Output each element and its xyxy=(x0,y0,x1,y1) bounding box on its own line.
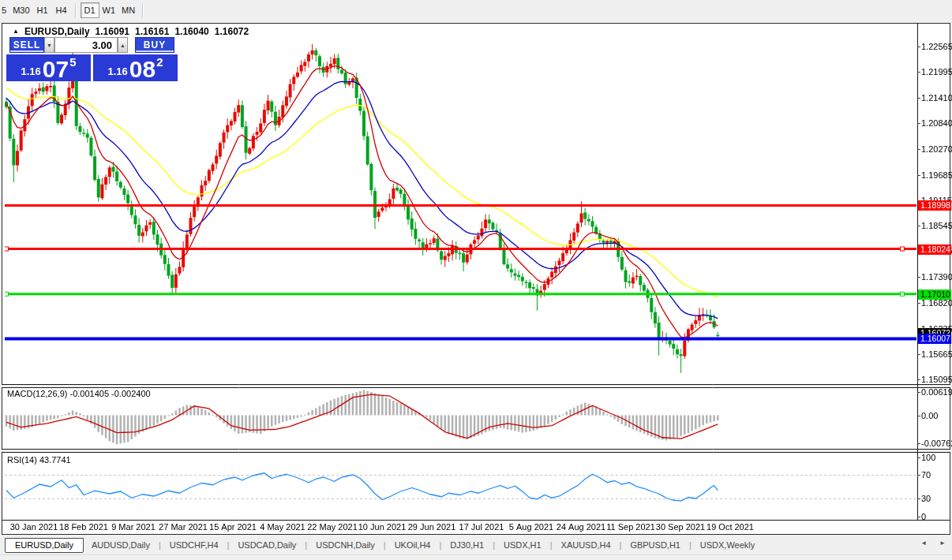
timeframe-m30-button[interactable]: M30 xyxy=(9,3,32,17)
bid-price-pip-digit: 5 xyxy=(69,55,76,69)
ohlc-low: 1.16040 xyxy=(174,26,208,37)
ask-price-pip-digit: 2 xyxy=(156,55,163,69)
tab-usdcnh-daily[interactable]: USDCNH,Daily xyxy=(308,539,383,551)
timeframe-mn-button[interactable]: MN xyxy=(118,3,138,17)
tab-xauusd-h4[interactable]: XAUUSD,H4 xyxy=(553,539,619,551)
price-chart-canvas[interactable] xyxy=(0,0,952,560)
symbol-tab-bar: EURUSD,DailyAUDUSD,Daily|USDCHF,H4|USDCA… xyxy=(0,536,952,554)
symbol-up-arrow-icon: ▲ xyxy=(13,28,19,35)
tab-dj30-h1[interactable]: DJ30,H1 xyxy=(442,539,492,551)
toolbar-separator xyxy=(142,3,144,17)
tab-audusd-daily[interactable]: AUDUSD,Daily xyxy=(84,539,158,551)
timeframe-w1-button[interactable]: W1 xyxy=(99,3,119,17)
tab-usdchf-h4[interactable]: USDCHF,H4 xyxy=(162,539,227,551)
volume-decrease-button[interactable]: ▼ xyxy=(44,37,54,53)
rsi-indicator-label: RSI(14) 43.7741 xyxy=(7,455,71,465)
bid-price-big-digits: 07 xyxy=(43,59,69,80)
sell-button[interactable]: SELL xyxy=(9,37,44,53)
ask-price-prefix: 1.16 xyxy=(107,65,127,77)
bid-price-prefix: 1.16 xyxy=(21,65,40,77)
timeframe-toolbar: 5 M30H1H4D1W1MN xyxy=(0,0,952,21)
tab-scroll-buttons: ◄ ► xyxy=(920,539,946,547)
tab-scroll-right-icon[interactable]: ► xyxy=(939,539,946,547)
tab-usdx-weekly[interactable]: USDX,Weekly xyxy=(692,539,763,551)
ask-price-tile[interactable]: 1.16 08 2 xyxy=(93,54,178,81)
tab-scroll-left-icon[interactable]: ◄ xyxy=(920,539,927,547)
bid-price-tile[interactable]: 1.16 07 5 xyxy=(6,54,91,81)
timeframe-d1-button[interactable]: D1 xyxy=(81,2,99,18)
tab-usdcad-daily[interactable]: USDCAD,Daily xyxy=(230,539,304,551)
buy-button[interactable]: BUY xyxy=(135,37,174,53)
tab-ukoil-h4[interactable]: UKOil,H4 xyxy=(387,539,439,551)
chart-title: ▲ EURUSD,Daily 1.16091 1.16161 1.16040 1… xyxy=(13,26,249,37)
tab-gbpusd-h1[interactable]: GBPUSD,H1 xyxy=(622,539,688,551)
chart-symbol-period: EURUSD,Daily xyxy=(24,26,90,37)
timeframe-m5-clipped[interactable]: 5 xyxy=(2,3,9,17)
timeframe-h4-button[interactable]: H4 xyxy=(52,3,71,17)
tab-eurusd-daily[interactable]: EURUSD,Daily xyxy=(5,538,84,553)
ohlc-open: 1.16091 xyxy=(96,26,129,37)
ohlc-high: 1.16161 xyxy=(135,26,169,37)
one-click-trading-panel: SELL ▼ 3.00 ▲ BUY 1.16 07 5 1.16 08 2 xyxy=(6,37,178,81)
macd-indicator-label: MACD(12,26,9) -0.001405 -0.002400 xyxy=(7,389,151,398)
timeframe-h1-button[interactable]: H1 xyxy=(33,3,52,17)
ask-price-big-digits: 08 xyxy=(129,59,156,80)
toolbar-separator xyxy=(75,3,77,17)
ohlc-close: 1.16072 xyxy=(215,26,249,37)
volume-increase-button[interactable]: ▲ xyxy=(118,37,128,53)
volume-input[interactable]: 3.00 xyxy=(54,37,118,53)
status-strip xyxy=(0,554,952,560)
tab-usdx-h1[interactable]: USDX,H1 xyxy=(496,539,549,551)
